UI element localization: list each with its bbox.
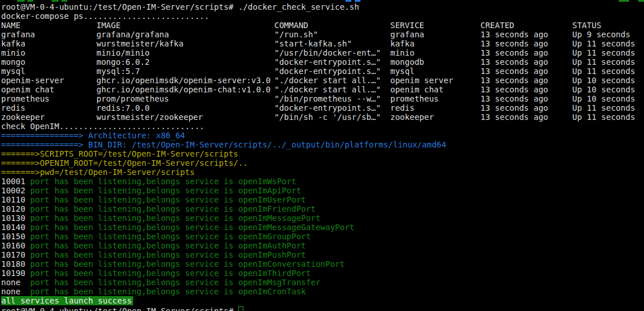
table-row: openim_chat ghcr.io/openimsdk/openim-cha… [1, 85, 644, 94]
service-name: openImPushPort [238, 250, 306, 259]
cell-image: ghcr.io/openimsdk/openim-server:v3.0 [96, 76, 274, 85]
cell-created: 13 seconds ago [480, 30, 572, 39]
cell-image: wurstmeister/kafka [96, 39, 274, 48]
cell-created: 13 seconds ago [480, 94, 572, 103]
terminal-window[interactable]: root@VM-0-4-ubuntu:/test/Open-IM-Server/… [0, 0, 644, 311]
port-number: 10001 [1, 177, 25, 186]
scrollback-artifact [52, 0, 59, 2]
table-row: kafka wurstmeister/kafka "start-kafka.sh… [1, 39, 644, 48]
scrollback-artifact [619, 0, 629, 2]
service-name: openImMessagePort [238, 213, 320, 223]
port-message: port has been listening,belongs service … [25, 241, 238, 250]
cell-created: 13 seconds ago [480, 103, 572, 112]
cell-command: "./docker_start_all.…" [274, 85, 390, 94]
port-message: port has been listening,belongs service … [25, 223, 238, 232]
cell-command: "./docker_start_all.…" [274, 76, 390, 85]
service-name: openImWsPort [238, 177, 296, 186]
cell-command: "docker-entrypoint.s…" [274, 103, 390, 112]
terminal-output: root@VM-0-4-ubuntu:/test/Open-IM-Server/… [1, 2, 644, 311]
service-name: openImApiPort [238, 186, 301, 195]
cell-name: grafana [1, 30, 96, 39]
port-number: 10180 [1, 259, 25, 269]
cell-status: Up 11 seconds [572, 57, 644, 67]
col-header-created: CREATED [480, 21, 572, 30]
cell-service: minio [390, 48, 480, 57]
cell-command: "/run.sh" [274, 30, 390, 39]
port-status-line: 10160 port has been listening,belongs se… [1, 241, 644, 250]
port-message: port has been listening,belongs service … [25, 204, 238, 213]
cell-command: "/usr/bin/docker-ent…" [274, 48, 390, 57]
cell-image: grafana/grafana [96, 30, 274, 39]
port-message: port has been listening,belongs service … [25, 287, 238, 296]
service-name: openImAuthPort [238, 241, 306, 250]
port-status-line: 10002 port has been listening,belongs se… [1, 186, 644, 195]
cell-service: mongodb [390, 57, 480, 67]
port-status-line: none port has been listening,belongs ser… [1, 287, 644, 296]
table-row: redis redis:7.0.0 "docker-entrypoint.s…"… [1, 103, 644, 112]
cell-command: "docker-entrypoint.s…" [274, 57, 390, 67]
service-name: openImConversationPort [238, 259, 344, 269]
success-line: all services launch success [1, 296, 644, 305]
cell-image: prom/prometheus [96, 94, 274, 103]
port-number: none [1, 287, 25, 296]
port-message: port has been listening,belongs service … [25, 177, 238, 186]
port-message: port has been listening,belongs service … [25, 232, 238, 241]
cell-name: openim_chat [1, 85, 96, 94]
port-number: 10160 [1, 241, 25, 250]
cell-command: "start-kafka.sh" [274, 39, 390, 48]
cell-status: Up 9 seconds [572, 30, 644, 39]
table-row: prometheus prom/prometheus "/bin/prometh… [1, 94, 644, 103]
cell-command: "/bin/prometheus --w…" [274, 94, 390, 103]
port-message: port has been listening,belongs service … [25, 259, 238, 269]
cell-status: Up 11 seconds [572, 67, 644, 76]
bin-dir-line: ================> BIN_DIR: /test/Open-IM… [1, 140, 644, 149]
cell-name: minio [1, 48, 96, 57]
cell-name: openim-server [1, 76, 96, 85]
scrollback-artifact [346, 0, 351, 2]
cell-command: "/bin/sh -c '/usr/sb…" [274, 112, 390, 122]
openim-root-line: =======>OPENIM_ROOT=/test/Open-IM-Server… [1, 158, 644, 168]
table-row: minio minio/minio "/usr/bin/docker-ent…"… [1, 48, 644, 57]
col-header-command: COMMAND [274, 21, 390, 30]
col-header-status: STATUS [572, 21, 644, 30]
cell-image: wurstmeister/zookeeper [96, 112, 274, 122]
shell-prompt: root@VM-0-4-ubuntu:/test/Open-IM-Server/… [1, 2, 234, 11]
port-number: 10150 [1, 232, 25, 241]
scripts-root-line: =======>SCRIPTS_ROOT=/test/Open-IM-Serve… [1, 149, 644, 158]
cell-service: redis [390, 103, 480, 112]
cell-image: minio/minio [96, 48, 274, 57]
port-status-line: 10120 port has been listening,belongs se… [1, 204, 644, 213]
cell-service: grafana [390, 30, 480, 39]
cell-created: 13 seconds ago [480, 48, 572, 57]
cell-service: mysql [390, 67, 480, 76]
scrollback-artifact [61, 0, 67, 2]
table-row: zookeeper wurstmeister/zookeeper "/bin/s… [1, 112, 644, 122]
port-number: 10130 [1, 213, 25, 223]
table-row: mongo mongo:6.0.2 "docker-entrypoint.s…"… [1, 57, 644, 67]
cell-created: 13 seconds ago [480, 39, 572, 48]
port-status-line: 10001 port has been listening,belongs se… [1, 177, 644, 186]
shell-prompt: root@VM-0-4-ubuntu:/test/Open-IM-Server/… [1, 306, 234, 311]
cell-status: Up 11 seconds [572, 48, 644, 57]
cell-image: mongo:6.0.2 [96, 57, 274, 67]
service-name: openImMessageGatewayPort [238, 223, 354, 232]
table-row: mysql mysql:5.7 "docker-entrypoint.s…" m… [1, 67, 644, 76]
cell-service: prometheus [390, 94, 480, 103]
table-row: grafana grafana/grafana "/run.sh" grafan… [1, 30, 644, 39]
table-row: openim-server ghcr.io/openimsdk/openim-s… [1, 76, 644, 85]
scrollback-artifact [17, 0, 25, 2]
cell-image: redis:7.0.0 [96, 103, 274, 112]
cell-name: kafka [1, 39, 96, 48]
cell-status: Up 10 seconds [572, 85, 644, 94]
cell-name: mysql [1, 67, 96, 76]
port-message: port has been listening,belongs service … [25, 195, 238, 204]
col-header-service: SERVICE [390, 21, 480, 30]
cell-name: prometheus [1, 94, 96, 103]
port-status-line: 10140 port has been listening,belongs se… [1, 223, 644, 232]
terminal-cursor[interactable] [238, 306, 243, 311]
cell-status: Up 10 seconds [572, 76, 644, 85]
docker-compose-ps-line: docker-compose ps.......................… [1, 11, 644, 21]
port-number: none [1, 278, 25, 287]
port-status-line: 10130 port has been listening,belongs se… [1, 213, 644, 223]
service-name: openImFriendPort [238, 204, 316, 213]
